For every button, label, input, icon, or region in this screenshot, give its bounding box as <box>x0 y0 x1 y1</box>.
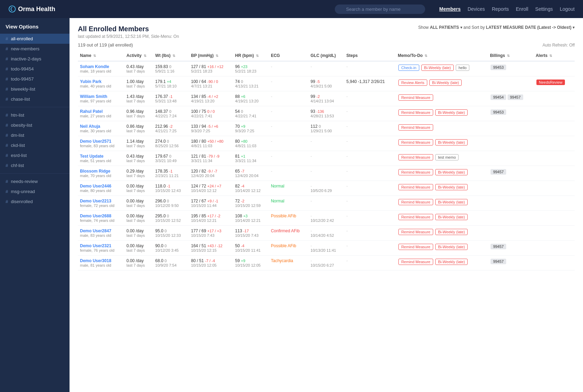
cell-billing <box>488 226 534 241</box>
cell-memo: Review AlertsBi-Weekly (late) <box>396 76 488 91</box>
nav-logout[interactable]: Logout <box>560 6 575 12</box>
sidebar-item-obesity-list[interactable]: #obesity-list <box>0 120 70 130</box>
col-name[interactable]: Name ⇅ <box>78 50 124 61</box>
sidebar-item-needs-review[interactable]: #needs-review <box>0 176 70 186</box>
memo-badge[interactable]: Bi-Weekly (late) <box>429 80 462 86</box>
memo-badge[interactable]: Remind Measure <box>398 124 433 131</box>
cell-billing <box>488 136 534 151</box>
memo-badge[interactable]: Remind Measure <box>398 139 433 145</box>
activity-sub: last 7 days <box>127 203 151 208</box>
col-bp[interactable]: BP (mmHg) ⇅ <box>189 50 233 61</box>
wt-val: 178.35 -1 <box>155 169 187 174</box>
member-name-link[interactable]: Demo User3018 <box>80 258 122 263</box>
col-ecg[interactable]: ECG <box>269 50 308 61</box>
memo-badge[interactable]: Remind Measure <box>398 229 433 235</box>
memo-badge[interactable]: Remind Measure <box>398 169 433 175</box>
memo-badge[interactable]: Bi-Weekly (late) <box>435 109 468 116</box>
col-billings[interactable]: Billings ⇅ <box>488 50 534 61</box>
cell-billing <box>488 121 534 136</box>
sidebar-item-todo-99457[interactable]: #todo-99457 <box>0 74 70 84</box>
memo-badge[interactable]: Bi-Weekly (late) <box>435 259 468 265</box>
memo-badge[interactable]: Remind Measure <box>398 154 433 160</box>
nav-devices[interactable]: Devices <box>468 6 485 12</box>
nav-reports[interactable]: Reports <box>492 6 509 12</box>
member-name-link[interactable]: Demo User2847 <box>80 228 122 233</box>
cell-ecg: Normal <box>269 181 308 196</box>
member-name-link[interactable]: Demo User2213 <box>80 199 122 203</box>
col-wt[interactable]: Wt (lbs) ⇅ <box>153 50 189 61</box>
memo-badge[interactable]: Bi-Weekly (late) <box>435 244 468 250</box>
col-activity[interactable]: Activity ⇅ <box>124 50 153 61</box>
memo-badge[interactable]: Check-in <box>398 65 419 71</box>
memo-badge[interactable]: Remind Measure <box>398 199 433 205</box>
member-name-link[interactable]: Rahul Patel <box>80 109 122 114</box>
member-name-link[interactable]: Demo User2688 <box>80 214 122 218</box>
sidebar-item-all-enrolled[interactable]: #all-enrolled <box>0 34 70 44</box>
sidebar-item-ckd-list[interactable]: #ckd-list <box>0 140 70 150</box>
memo-badge[interactable]: Bi-Weekly (late) <box>435 229 468 235</box>
sidebar-item-new-members[interactable]: #new-members <box>0 44 70 54</box>
cell-hr: 54 0 4/22/21 7:41 <box>233 106 269 121</box>
col-alerts[interactable]: Alerts ⇅ <box>534 50 575 61</box>
memo-badge[interactable]: Remind Measure <box>398 94 433 101</box>
bp-sub: 10/14/20 12:12 <box>191 189 231 193</box>
cell-memo: Remind MeasureBi-Weekly (late) <box>396 106 488 121</box>
sidebar-item-biweekly-list[interactable]: #biweekly-list <box>0 84 70 94</box>
cell-alerts <box>534 121 575 136</box>
member-name-link[interactable]: Demo User2446 <box>80 184 122 189</box>
member-name-link[interactable]: Yubin Park <box>80 79 122 84</box>
col-hr[interactable]: HR (bpm) ⇅ <box>233 50 269 61</box>
sidebar-item-dm-list[interactable]: #dm-list <box>0 130 70 140</box>
cell-bp: 134 / 85 -4 / +2 4/19/21 13:20 <box>189 91 233 106</box>
glc-val: 93 -136 <box>310 109 342 114</box>
memo-badge[interactable]: Remind Measure <box>398 109 433 116</box>
memo-badge[interactable]: Bi-Weekly (late) <box>435 184 468 190</box>
member-name-link[interactable]: Neil Ahuja <box>80 124 122 129</box>
glc-val: - <box>310 243 342 248</box>
memo-badge[interactable]: Remind Measure <box>398 244 433 250</box>
sidebar-item-msg-unread[interactable]: #msg-unread <box>0 186 70 197</box>
sidebar-item-chf-list[interactable]: #chf-list <box>0 160 70 170</box>
cell-memo: Remind MeasureBi-Weekly (late) <box>396 211 488 226</box>
sidebar-item-htn-list[interactable]: #htn-list <box>0 110 70 120</box>
memo-badge[interactable]: Remind Measure <box>398 214 433 220</box>
member-name-link[interactable]: Demo User2571 <box>80 139 122 144</box>
col-memo[interactable]: Memo/To-Do ⇅ <box>396 50 488 61</box>
sidebar-item-esrd-list[interactable]: #esrd-list <box>0 150 70 160</box>
member-name-link[interactable]: Blossom Ridge <box>80 169 122 174</box>
sidebar-item-chase-list[interactable]: #chase-list <box>0 94 70 104</box>
member-name-link[interactable]: William Smith <box>80 94 122 99</box>
memo-badge[interactable]: hello <box>456 65 469 71</box>
memo-badge[interactable]: Bi-Weekly (late) <box>435 199 468 205</box>
memo-badge[interactable]: Bi-Weekly (late) <box>435 139 468 145</box>
member-sub: male, 18 years old <box>80 69 122 73</box>
memo-badge[interactable]: Remind Measure <box>398 259 433 265</box>
alert-badge[interactable]: NeedsReview <box>536 80 565 85</box>
search-input[interactable] <box>335 5 425 14</box>
member-name-link[interactable]: Demo User2321 <box>80 243 122 248</box>
memo-badge[interactable]: Bi-Weekly (late) <box>435 214 468 220</box>
member-name-link[interactable]: Test Update <box>80 154 122 159</box>
sidebar-item-inactive-2-days[interactable]: #inactive-2-days <box>0 54 70 64</box>
memo-badge[interactable]: Bi-Weekly (late) <box>421 65 454 71</box>
memo-badges: Remind MeasureBi-Weekly (late) <box>398 184 486 191</box>
memo-badge[interactable]: Bi-Weekly (late) <box>435 169 468 175</box>
sidebar-item-disenrolled[interactable]: #disenrolled <box>0 197 70 207</box>
nav-members[interactable]: Members <box>439 6 460 12</box>
memo-badge[interactable]: Review Alerts <box>398 80 427 86</box>
nav-enroll[interactable]: Enroll <box>516 6 528 12</box>
member-sub: male, 27 years old <box>80 114 122 118</box>
col-glc[interactable]: GLC (mg/dL) <box>308 50 344 61</box>
col-steps[interactable]: Steps <box>344 50 396 61</box>
sidebar-item-todo-99454[interactable]: #todo-99454 <box>0 64 70 74</box>
cell-steps: - <box>344 136 396 151</box>
cell-name: Neil Ahuja male, 30 years old <box>78 121 124 136</box>
memo-badge[interactable]: Remind Measure <box>398 184 433 190</box>
cell-bp: 172 / 67 +9 / -1 10/15/20 11:44 <box>189 196 233 211</box>
activity-sub: last 7 days <box>127 144 151 148</box>
nav-settings[interactable]: Settings <box>535 6 553 12</box>
ecg-val: Normal <box>271 184 284 189</box>
memo-badge[interactable]: test memo <box>435 154 459 160</box>
cell-activity: 1.43 /day last 7 days <box>124 91 153 106</box>
member-name-link[interactable]: Soham Kondle <box>80 64 122 69</box>
